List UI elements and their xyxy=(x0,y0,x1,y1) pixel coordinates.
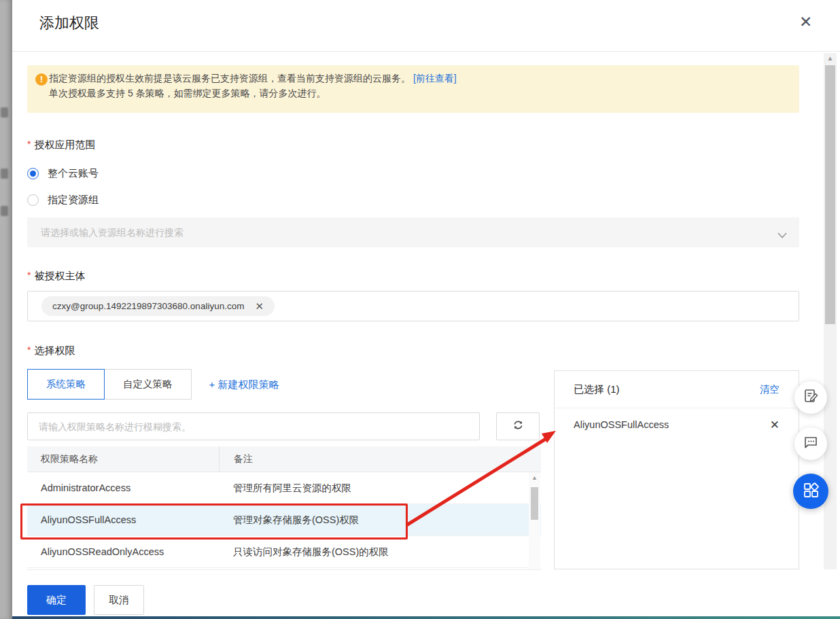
chat-feedback-button[interactable] xyxy=(794,427,827,460)
underlying-page-mark xyxy=(1,169,8,179)
radio-whole-account[interactable]: 整个云账号 xyxy=(27,167,99,180)
policy-table: 权限策略名称 备注 AdministratorAccess 管理所有阿里云资源的… xyxy=(27,446,541,570)
remove-principal-icon[interactable]: ✕ xyxy=(255,300,264,313)
policy-name: AliyunOSSFullAccess xyxy=(27,514,219,525)
tab-system-policy[interactable]: 系统策略 xyxy=(27,369,105,400)
required-mark: * xyxy=(27,344,31,355)
apps-grid-icon xyxy=(802,481,820,501)
refresh-icon xyxy=(512,419,524,434)
radio-whole-account-label: 整个云账号 xyxy=(48,167,99,180)
close-icon[interactable]: ✕ xyxy=(799,14,812,30)
table-scrollbar-thumb[interactable] xyxy=(531,487,538,520)
selected-policy-item: AliyunOSSFullAccess ✕ xyxy=(555,408,799,441)
policy-table-header: 权限策略名称 备注 xyxy=(27,446,541,472)
underlying-page-strip xyxy=(0,0,12,619)
apps-widget-button[interactable] xyxy=(793,474,828,509)
warning-text: 指定资源组的授权生效前提是该云服务已支持资源组，查看当前支持资源组的云服务。 [… xyxy=(49,71,457,101)
table-row-aliyunossfullaccess[interactable]: AliyunOSSFullAccess 管理对象存储服务(OSS)权限 xyxy=(27,504,541,536)
survey-feedback-button[interactable] xyxy=(794,381,827,414)
cancel-button[interactable]: 取消 xyxy=(94,585,144,615)
principal-label-text: 被授权主体 xyxy=(34,270,85,281)
principal-tag: czxy@group.1492219897303680.onaliyun.com… xyxy=(41,296,275,316)
selected-panel-header: 已选择 (1) 清空 xyxy=(555,371,799,408)
policy-note: 管理所有阿里云资源的权限 xyxy=(219,472,541,503)
selected-policy-name: AliyunOSSFullAccess xyxy=(574,419,669,430)
go-view-link[interactable]: [前往查看] xyxy=(413,73,457,84)
chevron-down-icon xyxy=(777,229,787,241)
tab-custom-policy[interactable]: 自定义策略 xyxy=(104,369,192,400)
add-permission-dialog-page: { "dialog": { "title": "添加权限" }, "icons"… xyxy=(0,0,840,619)
principal-tag-text: czxy@group.1492219897303680.onaliyun.com xyxy=(52,301,244,311)
principal-label: *被授权主体 xyxy=(27,270,85,283)
document-pencil-icon xyxy=(803,388,819,407)
radio-selected-icon xyxy=(27,168,39,179)
remove-selected-policy-icon[interactable]: ✕ xyxy=(770,418,780,432)
underlying-page-bottom-edge xyxy=(12,616,840,619)
underlying-page-mark xyxy=(1,107,8,118)
required-mark: * xyxy=(27,139,31,149)
table-row-administratoraccess[interactable]: AdministratorAccess 管理所有阿里云资源的权限 xyxy=(27,472,541,504)
warning-line1: 指定资源组的授权生效前提是该云服务已支持资源组，查看当前支持资源组的云服务。 xyxy=(49,73,410,84)
required-mark: * xyxy=(27,270,31,281)
policy-note: 管理对象存储服务(OSS)权限 xyxy=(219,504,541,535)
radio-unselected-icon xyxy=(27,194,39,206)
confirm-button[interactable]: 确定 xyxy=(27,585,86,615)
selected-count-title: 已选择 (1) xyxy=(574,383,620,396)
radio-resource-group[interactable]: 指定资源组 xyxy=(27,194,99,207)
warning-icon: ! xyxy=(35,73,48,86)
table-scroll-up-icon[interactable]: ▲ xyxy=(529,474,540,481)
policy-note: 只读访问对象存储服务(OSS)的权限 xyxy=(219,536,541,567)
new-policy-link[interactable]: + 新建权限策略 xyxy=(209,369,279,400)
warning-line2: 单次授权最多支持 5 条策略，如需绑定更多策略，请分多次进行。 xyxy=(49,86,457,101)
chat-bubble-icon xyxy=(803,434,819,453)
dialog-title: 添加权限 xyxy=(39,13,99,33)
refresh-button[interactable] xyxy=(496,412,540,440)
dialog-scrollbar-thumb[interactable] xyxy=(825,65,835,324)
resource-group-select[interactable]: 请选择或输入资源组名称进行搜索 xyxy=(27,217,799,247)
header-divider xyxy=(12,51,840,52)
scope-label-text: 授权应用范围 xyxy=(34,139,95,150)
column-note: 备注 xyxy=(219,446,541,472)
policy-search-input[interactable] xyxy=(27,412,480,440)
column-policy-name: 权限策略名称 xyxy=(27,453,219,465)
selected-policies-panel: 已选择 (1) 清空 AliyunOSSFullAccess ✕ xyxy=(554,370,799,569)
policy-name: AliyunOSSReadOnlyAccess xyxy=(27,546,219,557)
table-row-aliyunossreadonlyaccess[interactable]: AliyunOSSReadOnlyAccess 只读访问对象存储服务(OSS)的… xyxy=(27,536,541,568)
radio-resource-group-label: 指定资源组 xyxy=(48,194,99,207)
permissions-label-text: 选择权限 xyxy=(34,344,75,356)
resource-group-placeholder: 请选择或输入资源组名称进行搜索 xyxy=(41,217,183,247)
policy-name: AdministratorAccess xyxy=(27,482,219,493)
scope-label: *授权应用范围 xyxy=(27,139,95,152)
principal-input[interactable]: czxy@group.1492219897303680.onaliyun.com… xyxy=(27,291,799,321)
clear-all-link[interactable]: 清空 xyxy=(760,383,780,396)
policy-tabs: 系统策略 自定义策略 + 新建权限策略 xyxy=(27,369,279,400)
scroll-up-icon[interactable]: ▲ xyxy=(824,54,837,62)
permissions-label: *选择权限 xyxy=(27,344,75,357)
underlying-page-mark xyxy=(1,206,8,216)
warning-banner: ! 指定资源组的授权生效前提是该云服务已支持资源组，查看当前支持资源组的云服务。… xyxy=(27,65,799,113)
table-scrollbar[interactable]: ▲ xyxy=(529,472,540,569)
